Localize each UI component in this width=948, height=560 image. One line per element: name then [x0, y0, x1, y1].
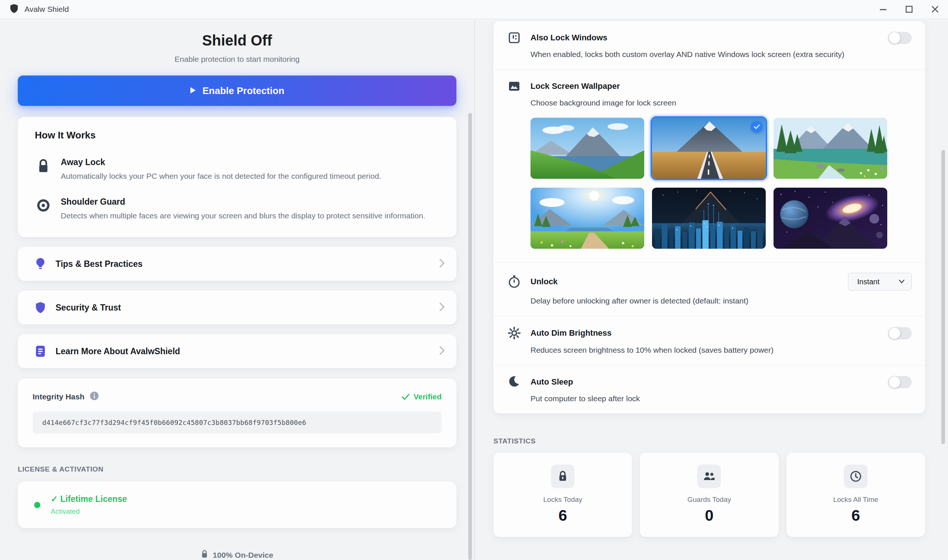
on-device-label: 100% On-Device — [213, 551, 273, 560]
feature-description: Detects when multiple faces are viewing … — [61, 211, 425, 220]
setting-title: Unlock — [531, 277, 848, 286]
setting-description: Choose background image for lock screen — [531, 98, 912, 107]
unlock-delay-value: Instant — [857, 278, 899, 286]
statistics-row: Locks Today 6 Guards Today 0 Locks All T… — [493, 453, 925, 537]
setting-auto-sleep: Auto Sleep Put computer to sleep after l… — [493, 365, 925, 414]
accordion-label: Security & Trust — [56, 303, 438, 313]
right-panel-scrollbar[interactable] — [941, 150, 945, 444]
stat-card-locks-all-time: Locks All Time 6 — [786, 453, 925, 537]
stat-value: 6 — [558, 507, 567, 525]
users-icon — [697, 465, 721, 488]
chevron-right-icon — [438, 258, 445, 269]
selected-check-icon — [751, 121, 763, 132]
wallpaper-thumbnail-galaxy[interactable] — [774, 188, 887, 249]
setting-title: Auto Dim Brightness — [531, 328, 888, 338]
license-card: ✓ Lifetime License Activated — [18, 482, 456, 528]
shield-icon — [34, 302, 47, 314]
settings-card: Also Lock Windows When enabled, locks bo… — [493, 21, 925, 414]
feature-title: Away Lock — [61, 157, 381, 167]
setting-description: Put computer to sleep after lock — [531, 394, 912, 403]
license-title: ✓ Lifetime License — [51, 494, 127, 504]
enable-protection-button[interactable]: Enable Protection — [18, 75, 456, 106]
stat-label: Locks All Time — [833, 495, 878, 504]
app-window: Avalw Shield Shield Off Enable protectio… — [0, 0, 948, 560]
lock-icon — [35, 157, 52, 181]
minimize-button[interactable] — [870, 0, 896, 18]
feature-description: Automatically locks your PC when your fa… — [61, 172, 381, 181]
setting-auto-dim: Auto Dim Brightness Reduces screen brigh… — [493, 316, 925, 365]
brightness-icon — [507, 326, 522, 340]
clock-icon — [844, 465, 868, 488]
app-title: Avalw Shield — [25, 5, 69, 14]
check-icon — [401, 394, 410, 400]
setting-title: Auto Sleep — [531, 377, 888, 387]
feature-shoulder-guard: Shoulder Guard Detects when multiple fac… — [35, 197, 439, 220]
enable-protection-label: Enable Protection — [202, 85, 284, 97]
accordion-security-trust[interactable]: Security & Trust — [18, 291, 456, 325]
shield-status-subtitle: Enable protection to start monitoring — [18, 55, 456, 64]
shield-status-title: Shield Off — [18, 32, 456, 49]
stat-value: 6 — [851, 507, 860, 525]
stopwatch-icon — [507, 275, 522, 288]
setting-title: Lock Screen Wallpaper — [531, 82, 912, 91]
info-icon[interactable] — [90, 391, 99, 402]
feature-title: Shoulder Guard — [61, 197, 425, 207]
verified-badge: Verified — [401, 392, 442, 401]
status-dot-icon — [34, 502, 40, 508]
stat-value: 0 — [705, 507, 713, 525]
wallpaper-thumbnail-sunny-meadow[interactable] — [531, 188, 644, 249]
small-lock-icon — [201, 550, 208, 560]
integrity-hash-card: Integrity Hash Verified d414e667cf3c77f3… — [18, 378, 456, 448]
setting-lock-screen-wallpaper: Lock Screen Wallpaper Choose background … — [493, 69, 925, 262]
auto-dim-toggle[interactable] — [888, 327, 912, 339]
wallpaper-thumbnail-cyber-city[interactable] — [652, 188, 766, 249]
license-status: Activated — [51, 508, 127, 515]
image-icon — [507, 80, 522, 92]
app-shield-icon — [10, 4, 19, 15]
accordion-tips[interactable]: Tips & Best Practices — [18, 247, 456, 281]
wallpaper-thumbnail-forest-lake[interactable] — [774, 118, 887, 179]
also-lock-windows-toggle[interactable] — [888, 32, 912, 44]
monitor-alert-icon — [507, 31, 522, 44]
titlebar: Avalw Shield — [0, 0, 948, 19]
maximize-button[interactable] — [896, 0, 922, 18]
accordion-label: Tips & Best Practices — [56, 259, 438, 269]
moon-icon — [507, 376, 522, 388]
main-panel: Shield Off Enable protection to start mo… — [0, 19, 475, 560]
lock-icon — [551, 465, 574, 488]
integrity-hash-value: d414e667cf3c77f3d294cf9f45f0b66092c45807… — [32, 412, 442, 434]
stat-card-locks-today: Locks Today 6 — [493, 453, 632, 537]
license-section-label: LICENSE & ACTIVATION — [18, 465, 456, 473]
eye-icon — [35, 197, 52, 220]
how-it-works-title: How It Works — [35, 129, 439, 141]
auto-sleep-toggle[interactable] — [888, 376, 912, 388]
chevron-down-icon — [899, 278, 905, 285]
how-it-works-card: How It Works Away Lock Automatically loc… — [18, 117, 456, 237]
setting-also-lock-windows: Also Lock Windows When enabled, locks bo… — [493, 21, 925, 69]
wallpaper-thumbnail-mountain-lake[interactable] — [531, 118, 644, 179]
close-button[interactable] — [922, 0, 948, 18]
stat-label: Locks Today — [543, 495, 582, 504]
stat-label: Guards Today — [687, 495, 731, 504]
wallpaper-thumbnail-road-mountain[interactable] — [652, 118, 766, 179]
chevron-right-icon — [438, 346, 445, 357]
setting-title: Also Lock Windows — [531, 33, 888, 43]
lightbulb-icon — [34, 258, 47, 270]
setting-description: When enabled, locks both custom overlay … — [531, 50, 912, 59]
setting-unlock: Unlock Instant Delay before unlocking af… — [493, 262, 925, 316]
document-icon — [34, 345, 47, 357]
wallpaper-grid — [531, 118, 912, 249]
unlock-delay-select[interactable]: Instant — [848, 273, 912, 291]
stat-card-guards-today: Guards Today 0 — [640, 453, 778, 537]
verified-label: Verified — [414, 392, 442, 401]
settings-panel: Also Lock Windows When enabled, locks bo… — [475, 19, 948, 560]
chevron-right-icon — [438, 302, 445, 313]
feature-away-lock: Away Lock Automatically locks your PC wh… — [35, 157, 439, 181]
on-device-note: 100% On-Device — [18, 550, 456, 560]
left-panel-scrollbar[interactable] — [468, 113, 472, 560]
play-icon — [190, 85, 196, 97]
accordion-label: Learn More About AvalwShield — [56, 346, 438, 357]
accordion-learn-more[interactable]: Learn More About AvalwShield — [18, 334, 456, 368]
setting-description: Reduces screen brightness to 10% when lo… — [531, 346, 912, 355]
integrity-hash-title: Integrity Hash — [32, 392, 85, 401]
